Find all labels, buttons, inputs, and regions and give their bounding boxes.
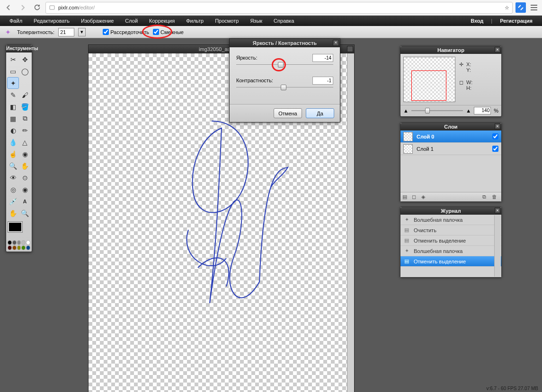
contrast-slider[interactable] bbox=[236, 87, 333, 94]
clone-tool[interactable]: ⧉ bbox=[19, 113, 31, 124]
menu-help[interactable]: Справка bbox=[268, 16, 300, 26]
menu-view[interactable]: Просмотр bbox=[209, 16, 244, 26]
pinch-tool[interactable]: ◉ bbox=[19, 183, 31, 195]
zoom-tool[interactable]: 🔍 bbox=[19, 207, 31, 219]
close-icon[interactable]: × bbox=[495, 123, 500, 129]
brightness-input[interactable] bbox=[312, 54, 333, 62]
eraser-tool[interactable]: ◧ bbox=[7, 101, 19, 113]
contrast-input[interactable] bbox=[312, 77, 333, 85]
bloat-tool[interactable]: ◎ bbox=[7, 183, 19, 195]
layer-row[interactable]: Слой 0 bbox=[400, 131, 501, 143]
close-icon[interactable]: × bbox=[333, 40, 339, 46]
menu-file[interactable]: Файл bbox=[4, 16, 28, 26]
marquee-tool[interactable]: ▭ bbox=[7, 65, 19, 77]
history-item[interactable]: ✦Волшебная палочка bbox=[400, 215, 501, 225]
history-item[interactable]: ▤Очистить bbox=[400, 225, 501, 235]
vertical-scrollbar[interactable] bbox=[347, 53, 354, 392]
address-bar[interactable]: pixlr.com/editor/ ☆ bbox=[45, 2, 513, 14]
blur-tool[interactable]: 💧 bbox=[7, 136, 19, 148]
gradient-tool[interactable]: ▦ bbox=[7, 113, 19, 124]
spot-tool[interactable]: ⊙ bbox=[19, 172, 31, 183]
close-icon[interactable] bbox=[347, 46, 353, 52]
history-item[interactable]: ▤Отменить выделение bbox=[400, 256, 501, 267]
color-swatch[interactable] bbox=[8, 222, 30, 238]
contiguous-checkbox[interactable]: Смежные bbox=[153, 29, 184, 35]
svg-rect-0 bbox=[50, 6, 54, 9]
menu-filter[interactable]: Фильтр bbox=[180, 16, 209, 26]
menu-layer[interactable]: Слой bbox=[119, 16, 143, 26]
pencil-tool[interactable]: ✎ bbox=[7, 89, 19, 101]
size-icon: ◻ bbox=[459, 79, 463, 86]
navigator-panel: Навигатор× ✛X:Y: ◻W:H: ▲ ▲ % bbox=[400, 46, 502, 117]
duplicate-icon[interactable]: ⧉ bbox=[482, 194, 490, 200]
new-layer-icon[interactable]: ▤ bbox=[402, 194, 410, 200]
layer-visibility-checkbox[interactable] bbox=[492, 146, 498, 152]
menu-image[interactable]: Изображение bbox=[75, 16, 119, 26]
bucket-tool[interactable]: 🪣 bbox=[19, 101, 31, 113]
star-icon[interactable]: ☆ bbox=[505, 5, 509, 11]
history-title: Журнал bbox=[441, 208, 461, 214]
palette[interactable] bbox=[6, 239, 32, 252]
fullscreen-icon[interactable] bbox=[515, 2, 526, 13]
layer-row[interactable]: Слой 1 bbox=[400, 143, 501, 155]
move-tool[interactable]: ✥ bbox=[19, 53, 31, 65]
draw-tool[interactable]: ✏ bbox=[19, 124, 31, 136]
menu-adjustment[interactable]: Коррекция bbox=[143, 16, 180, 26]
redeye-tool[interactable]: 👁 bbox=[7, 172, 19, 183]
sharpen-tool[interactable]: △ bbox=[19, 136, 31, 148]
picker-tool[interactable]: 💉 bbox=[7, 195, 19, 207]
brightness-slider[interactable] bbox=[236, 64, 333, 71]
history-item[interactable]: ✦Волшебная палочка bbox=[400, 246, 501, 256]
login-link[interactable]: Вход bbox=[465, 16, 489, 26]
forward-button[interactable] bbox=[17, 2, 28, 13]
layer-visibility-checkbox[interactable] bbox=[492, 133, 498, 139]
lasso-tool[interactable]: ◯ bbox=[19, 65, 31, 77]
wand-tool[interactable]: ✦ bbox=[7, 77, 19, 89]
close-icon[interactable]: × bbox=[495, 208, 500, 213]
type-tool[interactable]: A bbox=[19, 195, 31, 207]
mask-icon[interactable]: ◻ bbox=[412, 194, 419, 200]
options-bar: ✦ Толерантность: ▾ Рассредоточить Смежны… bbox=[0, 26, 542, 38]
brightness-label: Яркость: bbox=[236, 55, 257, 61]
signature-content bbox=[146, 116, 297, 334]
replace-tool[interactable]: ◐ bbox=[7, 124, 19, 136]
navigator-thumbnail[interactable] bbox=[403, 57, 455, 102]
zoom-slider[interactable] bbox=[411, 110, 463, 111]
zoom-out-icon[interactable]: ▲ bbox=[403, 108, 409, 113]
tolerance-input[interactable] bbox=[58, 28, 74, 36]
history-item[interactable]: ▤Отменить выделение bbox=[400, 235, 501, 246]
zoom-input[interactable] bbox=[474, 107, 491, 114]
workspace: Инструменты ✂ ✥ ▭ ◯ ✦ ✎ 🖌 ◧ 🪣 ▦ ⧉ ◐ ✏ 💧 … bbox=[0, 38, 542, 392]
app-footer-status: v:6.7 - 60 FPS 27.07 MB bbox=[487, 386, 539, 391]
menu-language[interactable]: Язык bbox=[244, 16, 268, 26]
menu-edit[interactable]: Редактировать bbox=[28, 16, 75, 26]
cancel-button[interactable]: Отмена bbox=[274, 108, 302, 118]
dialog-titlebar[interactable]: Яркость / Контрастность × bbox=[230, 39, 340, 47]
smudge-tool[interactable]: ☝ bbox=[7, 148, 19, 160]
fx-icon[interactable]: ◈ bbox=[421, 194, 429, 200]
toolbox-panel: Инструменты ✂ ✥ ▭ ◯ ✦ ✎ 🖌 ◧ 🪣 ▦ ⧉ ◐ ✏ 💧 … bbox=[6, 44, 32, 252]
trash-icon[interactable]: 🗑 bbox=[492, 194, 499, 200]
brush-tool[interactable]: 🖌 bbox=[19, 89, 31, 101]
wand-icon: ✦ bbox=[403, 217, 410, 223]
deselect-icon: ▤ bbox=[403, 237, 410, 244]
hand-tool[interactable]: ✋ bbox=[7, 207, 19, 219]
crop-tool[interactable]: ✂ bbox=[7, 53, 19, 65]
layer-name: Слой 0 bbox=[417, 134, 434, 139]
history-scrollbar[interactable] bbox=[494, 215, 501, 277]
scatter-checkbox[interactable]: Рассредоточить bbox=[103, 29, 149, 35]
tolerance-dropdown[interactable]: ▾ bbox=[78, 28, 86, 36]
menu-icon[interactable] bbox=[529, 2, 539, 13]
reload-button[interactable] bbox=[31, 2, 43, 13]
sponge-tool[interactable]: ◉ bbox=[19, 148, 31, 160]
close-icon[interactable]: × bbox=[495, 47, 500, 52]
zoom-in-icon[interactable]: ▲ bbox=[466, 108, 471, 113]
burn-tool[interactable]: ✋ bbox=[19, 160, 31, 172]
layers-panel: Слои× Слой 0 Слой 1 ▤ ◻ ◈ ⧉ 🗑 bbox=[400, 122, 502, 202]
ok-button[interactable]: Да bbox=[306, 108, 334, 118]
empty-tool bbox=[19, 77, 31, 89]
register-link[interactable]: Регистрация bbox=[494, 16, 538, 26]
back-button[interactable] bbox=[3, 2, 14, 13]
crosshair-icon: ✛ bbox=[459, 61, 463, 68]
dodge-tool[interactable]: 🔍 bbox=[7, 160, 19, 172]
